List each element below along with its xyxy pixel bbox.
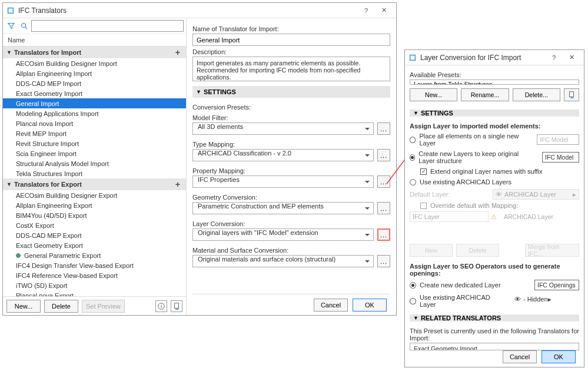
translator-name-input[interactable] — [192, 34, 390, 46]
filter-button[interactable] — [5, 20, 17, 32]
group-label: Translators for Import — [14, 49, 81, 56]
geometry-conversion-label: Geometry Conversion: — [192, 194, 390, 201]
preset-rename-button[interactable]: Rename... — [461, 88, 509, 101]
import-translator-item[interactable]: Revit Structure Import — [3, 138, 186, 148]
related-text: This Preset is currently used in the fol… — [410, 327, 579, 342]
seo-new-layer-radio[interactable]: Create new dedicated Layer IFC Openings — [410, 280, 579, 290]
layer-conversion-label: Layer Conversion: — [192, 220, 390, 227]
import-translator-item[interactable]: Modeling Applications Import — [3, 108, 186, 118]
window-title: Layer Conversion for IFC Import — [420, 54, 545, 62]
add-export-translator-button[interactable]: + — [173, 180, 182, 189]
ok-button[interactable]: OK — [353, 299, 387, 312]
export-translator-item[interactable]: Exact Geometry Export — [3, 240, 186, 250]
titlebar: Layer Conversion for IFC Import ? ✕ — [405, 50, 584, 65]
export-translator-item[interactable]: AECOsim Building Designer Export — [3, 190, 186, 200]
svg-rect-1 — [9, 8, 13, 12]
export-translator-item[interactable]: General Parametric Export — [3, 250, 186, 260]
assign-layer-label: Assign Layer to imported model elements: — [410, 122, 579, 130]
related-translators-list: Exact Geometry ImportGeneral ImportModel… — [410, 343, 579, 350]
svg-line-3 — [25, 26, 28, 29]
export-translator-item[interactable]: CostX Export — [3, 220, 186, 230]
material-browse-button[interactable]: ... — [377, 255, 390, 267]
presets-listbox[interactable]: Layers from Tekla StructuresOne "IFC Mod… — [410, 80, 579, 85]
settings-section-header[interactable]: ▼SETTINGS — [192, 86, 390, 98]
import-translator-item[interactable]: AECOsim Building Designer Import — [3, 58, 186, 68]
preset-item[interactable]: Layers from Tekla Structures — [410, 80, 579, 85]
single-layer-radio[interactable]: Place all elements on a single new Layer… — [410, 132, 579, 147]
ifc-layer-column: IFC Layer — [410, 211, 489, 222]
archicad-layer-column: ARCHICAD Layer — [501, 211, 579, 222]
help-button[interactable]: ? — [357, 5, 375, 16]
keep-structure-name-input[interactable]: IFC Model — [542, 152, 579, 163]
type-mapping-label: Type Mapping: — [192, 141, 390, 148]
extend-suffix-checkbox[interactable]: ✓Extend original Layer names with suffix — [420, 168, 579, 175]
translator-details-panel: Name of Translator for Import: Descripti… — [187, 18, 396, 315]
info-icon[interactable]: i — [155, 300, 167, 312]
property-mapping-label: Property Mapping: — [192, 167, 390, 174]
help-button[interactable]: ? — [545, 52, 563, 64]
single-layer-name-input: IFC Model — [537, 134, 579, 145]
import-translator-item[interactable]: Scia Engineer Import — [3, 148, 186, 158]
property-mapping-select[interactable]: IFC Properties — [192, 175, 374, 188]
export-translator-item[interactable]: DDS-CAD MEP Export — [3, 230, 186, 240]
geometry-conversion-select[interactable]: Parametric Construction and MEP elements — [192, 202, 374, 214]
chevron-down-icon: ▼ — [6, 49, 12, 55]
type-mapping-browse-button[interactable]: ... — [377, 149, 390, 161]
import-translator-item[interactable]: Plancal nova Import — [3, 118, 186, 128]
export-translator-item[interactable]: BIM4You (4D/5D) Export — [3, 210, 186, 220]
name-column-header: Name — [3, 34, 186, 47]
description-textarea[interactable]: Import generates as many parametric elem… — [192, 57, 390, 81]
translator-tree[interactable]: ▼ Translators for Import + AECOsim Build… — [3, 47, 186, 296]
add-import-translator-button[interactable]: + — [173, 48, 182, 57]
new-translator-button[interactable]: New... — [6, 300, 41, 313]
preset-new-button[interactable]: New... — [410, 88, 457, 101]
search-icon[interactable] — [18, 20, 30, 32]
model-filter-browse-button[interactable]: ... — [377, 122, 390, 135]
delete-translator-button[interactable]: Delete — [44, 300, 78, 313]
import-translator-item[interactable]: General Import — [3, 98, 186, 108]
seo-new-layer-input[interactable]: IFC Openings — [534, 280, 579, 290]
import-translator-item[interactable]: Allplan Engineering Import — [3, 68, 186, 78]
mapping-new-button: New — [410, 244, 453, 257]
export-icon[interactable] — [171, 300, 182, 312]
cancel-button[interactable]: Cancel — [503, 350, 537, 363]
layer-conversion-select[interactable]: Original layers with "IFC Model" extensi… — [192, 228, 374, 241]
type-mapping-select[interactable]: ARCHICAD Classification - v 2.0 — [192, 149, 374, 161]
settings-section-header[interactable]: ▼SETTINGS — [410, 110, 579, 117]
chevron-down-icon: ▼ — [6, 181, 12, 187]
export-translator-item[interactable]: iTWO (5D) Export — [3, 280, 186, 290]
preset-export-icon[interactable] — [564, 88, 579, 101]
cancel-button[interactable]: Cancel — [314, 299, 348, 312]
close-button[interactable]: ✕ — [375, 5, 393, 16]
property-mapping-browse-button[interactable]: ... — [377, 175, 390, 188]
model-filter-select[interactable]: All 3D elements — [192, 122, 374, 135]
conversion-presets-label: Conversion Presets: — [192, 104, 390, 111]
svg-point-2 — [22, 23, 26, 27]
import-translator-item[interactable]: Structural Analysis Model Import — [3, 158, 186, 168]
material-conversion-label: Material and Surface Conversion: — [192, 247, 390, 254]
export-translator-item[interactable]: IFC4 Design Transfer View-based Export — [3, 260, 186, 270]
related-translators-header[interactable]: ▼RELATED TRANSLATORS — [410, 314, 579, 322]
export-translator-item[interactable]: Allplan Engineering Export — [3, 200, 186, 210]
preset-delete-button[interactable]: Delete... — [513, 88, 560, 101]
export-translator-item[interactable]: Plancal nova Export — [3, 290, 186, 296]
import-group-header[interactable]: ▼ Translators for Import + — [3, 47, 186, 58]
import-translator-item[interactable]: DDS-CAD MEP Import — [3, 78, 186, 88]
export-group-header[interactable]: ▼ Translators for Export + — [3, 178, 186, 190]
keep-structure-radio[interactable]: Create new Layers to keep original Layer… — [410, 150, 579, 164]
group-label: Translators for Export — [14, 181, 82, 188]
material-conversion-select[interactable]: Original materials and surface colors (s… — [192, 255, 374, 267]
import-translator-item[interactable]: Revit MEP Import — [3, 128, 186, 138]
geometry-browse-button[interactable]: ... — [377, 202, 390, 214]
import-translator-item[interactable]: Tekla Structures Import — [3, 168, 186, 178]
seo-existing-radio[interactable]: Use existing ARCHICAD Layer 👁- Hidden▸ — [410, 294, 579, 308]
export-translator-item[interactable]: IFC4 Reference View-based Export — [3, 270, 186, 280]
search-input[interactable] — [31, 20, 184, 32]
close-button[interactable]: ✕ — [563, 52, 580, 64]
use-existing-radio[interactable]: Use existing ARCHICAD Layers — [410, 178, 579, 186]
layer-conversion-browse-button[interactable]: ... — [377, 228, 390, 241]
translator-list-panel: Name ▼ Translators for Import + AECOsim … — [3, 18, 187, 315]
ok-button[interactable]: OK — [542, 350, 576, 363]
import-translator-item[interactable]: Exact Geometry Import — [3, 88, 186, 98]
warning-icon: ⚠ — [491, 213, 499, 221]
